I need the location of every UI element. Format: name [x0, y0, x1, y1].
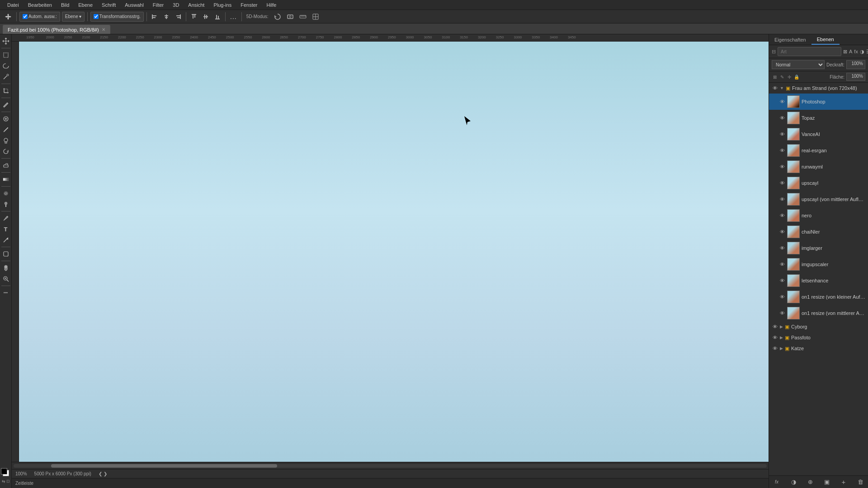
menu-item-auswahl[interactable]: Auswahl — [121, 1, 147, 9]
menu-item-schrift[interactable]: Schrift — [98, 1, 119, 9]
layer-imgupscaler[interactable]: 👁 imgupscaler — [769, 256, 868, 272]
add-mask-btn[interactable]: ◑ — [789, 478, 797, 486]
menu-item-3d[interactable]: 3D — [169, 1, 183, 9]
history-tool[interactable] — [1, 146, 11, 156]
layer-on1-small[interactable]: 👁 on1 resize (von kleiner Auflösung) — [769, 289, 868, 305]
effect-icon[interactable]: fx — [854, 47, 858, 56]
menu-item-datei[interactable]: Datei — [4, 1, 23, 9]
rectangular-select-tool[interactable] — [1, 50, 11, 60]
visibility-icon[interactable]: 👁 — [779, 115, 785, 121]
align-right-btn[interactable] — [173, 12, 183, 22]
layer-upscayl-mid[interactable]: 👁 upscayl (von mittlerer Auflösung) — [769, 191, 868, 207]
visibility-icon[interactable]: 👁 — [779, 196, 785, 202]
visibility-icon[interactable]: 👁 — [779, 147, 785, 154]
magic-wand-tool[interactable] — [1, 72, 11, 82]
hand-tool[interactable] — [1, 263, 11, 273]
layer-vanceai[interactable]: 👁 VanceAI — [769, 126, 868, 142]
visibility-icon[interactable]: 👁 — [779, 277, 785, 284]
scrollbar-track[interactable] — [14, 464, 767, 468]
visibility-icon[interactable]: 👁 — [779, 294, 785, 300]
align-center-btn[interactable] — [161, 12, 171, 22]
layer-topaz[interactable]: 👁 Topaz — [769, 110, 868, 126]
layer-on1-mid[interactable]: 👁 on1 resize (von mittlerer Auflösung) — [769, 305, 868, 321]
visibility-icon[interactable]: 👁 — [779, 245, 785, 251]
menu-item-ebene[interactable]: Ebene — [75, 1, 96, 9]
visibility-icon[interactable]: 👁 — [779, 261, 785, 267]
more-options-btn[interactable]: ... — [228, 12, 239, 22]
visibility-icon[interactable]: 👁 — [779, 212, 785, 219]
rotate-view-btn[interactable] — [272, 12, 283, 22]
blur-tool[interactable] — [1, 188, 11, 198]
blend-mode-select[interactable]: Normal — [772, 60, 825, 69]
horizontal-scrollbar[interactable] — [12, 462, 769, 469]
crop-tool[interactable] — [1, 86, 11, 96]
view-btn[interactable] — [285, 12, 296, 22]
layer-group-frau-am-strand[interactable]: 👁 ▼ ▣ Frau am Strand (von 720x48) — [769, 83, 868, 94]
menu-item-ansicht[interactable]: Ansicht — [184, 1, 208, 9]
gradient-tool[interactable] — [1, 174, 11, 184]
ruler-btn[interactable] — [297, 12, 308, 22]
layer-real-esrgan[interactable]: 👁 real-esrgan — [769, 142, 868, 159]
type-tool[interactable]: T — [1, 224, 11, 234]
layer-group-katze[interactable]: 👁 ▶ ▣ Katze — [769, 343, 868, 354]
shape-tool[interactable] — [1, 249, 11, 259]
move-tool-btn[interactable] — [3, 12, 14, 22]
layer-imglarger[interactable]: 👁 imglarger — [769, 240, 868, 256]
navigation-arrows[interactable]: ❮ ❯ — [99, 471, 107, 476]
add-style-btn[interactable]: fx — [773, 478, 781, 486]
name-icon[interactable]: A — [849, 47, 852, 56]
lasso-tool[interactable] — [1, 61, 11, 71]
canvas-area[interactable] — [19, 42, 769, 462]
align-left-btn[interactable] — [150, 12, 160, 22]
layer-group-passfoto[interactable]: 👁 ▶ ▣ Passfoto — [769, 332, 868, 343]
lock-pixels-icon[interactable]: ✎ — [779, 74, 785, 80]
menu-item-hilfe[interactable]: Hilfe — [263, 1, 280, 9]
menu-item-bearbeiten[interactable]: Bearbeiten — [24, 1, 56, 9]
auto-select-dropdown[interactable]: Ebene ▾ — [62, 12, 85, 22]
visibility-icon[interactable]: 👁 — [779, 99, 785, 105]
visibility-icon[interactable]: 👁 — [772, 85, 778, 91]
expand-icon[interactable]: ▶ — [780, 335, 783, 340]
transform-controls-btn[interactable]: Transformationsstrg. — [90, 12, 144, 22]
fill-value[interactable]: 100% — [846, 73, 865, 81]
layer-letsenhance[interactable]: 👁 letsenhance — [769, 272, 868, 289]
attribute-icon[interactable]: ☰ — [866, 47, 868, 56]
visibility-icon[interactable]: 👁 — [779, 164, 785, 170]
visibility-icon[interactable]: 👁 — [779, 310, 785, 316]
brush-tool[interactable] — [1, 125, 11, 135]
visibility-icon[interactable]: 👁 — [779, 229, 785, 235]
tab-close-btn[interactable]: ✕ — [102, 27, 105, 32]
path-select-tool[interactable] — [1, 235, 11, 245]
zoom-tool[interactable] — [1, 274, 11, 284]
eyedropper-tool[interactable] — [1, 100, 11, 110]
tab-ebenen[interactable]: Ebenen — [811, 34, 840, 45]
mode-icon[interactable]: ◑ — [860, 47, 864, 56]
swap-colors-btn[interactable]: ⇆ — [2, 479, 5, 483]
pen-tool[interactable] — [1, 213, 11, 223]
align-bottom-btn[interactable] — [212, 12, 222, 22]
lock-all-icon[interactable]: 🔒 — [793, 74, 800, 80]
opacity-value[interactable]: 100% — [846, 60, 865, 69]
auto-select-toggle[interactable]: Autom. ausw.: — [19, 12, 60, 22]
foreground-color-swatch[interactable] — [1, 468, 7, 474]
new-layer-btn[interactable]: + — [840, 478, 848, 486]
menu-item-filter[interactable]: Filter — [149, 1, 167, 9]
layer-runwayml[interactable]: 👁 runwayml — [769, 159, 868, 175]
new-fill-adjustment-btn[interactable]: ⊕ — [806, 478, 814, 486]
expand-icon[interactable]: ▼ — [780, 86, 784, 90]
tab-fazit[interactable]: Fazit.psd bei 100% (Photoshop, RGB/8#) ✕ — [3, 25, 110, 34]
visibility-icon[interactable]: 👁 — [772, 345, 778, 352]
visibility-icon[interactable]: 👁 — [779, 180, 785, 186]
menu-item-plugins[interactable]: Plug-ins — [210, 1, 235, 9]
dodge-tool[interactable] — [1, 199, 11, 209]
visibility-icon[interactable]: 👁 — [779, 131, 785, 137]
eraser-tool[interactable] — [1, 160, 11, 170]
select-move-tool[interactable] — [1, 36, 11, 46]
scrollbar-thumb[interactable] — [51, 464, 277, 468]
visibility-icon[interactable]: 👁 — [772, 334, 778, 341]
delete-layer-btn[interactable]: 🗑 — [856, 478, 864, 486]
lock-transparent-icon[interactable]: ⊠ — [772, 74, 778, 80]
grid-btn[interactable] — [310, 12, 321, 22]
kind-icon[interactable]: ⊠ — [843, 47, 847, 56]
layer-chainler[interactable]: 👁 chaiNler — [769, 224, 868, 240]
